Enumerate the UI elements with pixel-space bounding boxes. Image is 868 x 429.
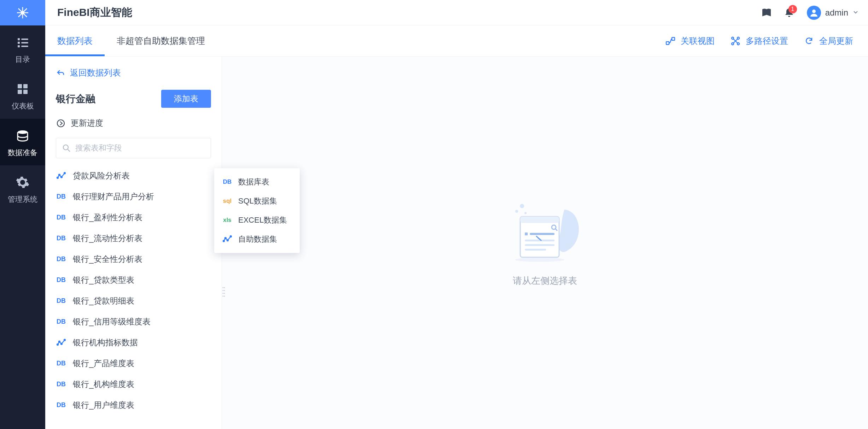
table-item[interactable]: 贷款风险分析表 [45, 165, 222, 186]
tab-nonadmin-dataset[interactable]: 非超管自助数据集管理 [105, 25, 217, 56]
rail-label: 管理系统 [8, 194, 37, 204]
list-icon [16, 35, 30, 49]
svg-rect-6 [21, 39, 28, 40]
rail-label: 目录 [15, 54, 30, 64]
bell-icon[interactable]: 1 [781, 4, 798, 21]
xls-source-icon: xls [222, 217, 233, 224]
table-item[interactable]: 银行机构指标数据 [45, 332, 222, 353]
table-item[interactable]: DB银行_用户维度表 [45, 395, 222, 416]
action-multipath[interactable]: 多路径设置 [722, 35, 796, 47]
app-logo[interactable] [0, 0, 45, 25]
svg-point-24 [63, 145, 68, 150]
table-item[interactable]: DB银行_贷款类型表 [45, 270, 222, 290]
db-table-icon: DB [56, 255, 66, 263]
svg-rect-5 [18, 38, 20, 40]
table-name: 银行_贷款类型表 [73, 275, 134, 286]
rail-item-admin[interactable]: 管理系统 [0, 165, 45, 212]
svg-point-38 [222, 287, 223, 288]
db-table-icon: DB [56, 360, 66, 367]
tab-label: 非超管自助数据集管理 [117, 35, 205, 47]
svg-rect-57 [525, 249, 546, 251]
sql-source-icon: sql [222, 198, 233, 205]
add-menu-item[interactable]: sqlSQL数据集 [214, 192, 300, 211]
table-item[interactable]: DB银行理财产品用户分析 [45, 186, 222, 207]
table-item[interactable]: DB银行_盈利性分析表 [45, 207, 222, 228]
self-source-icon [222, 235, 233, 244]
update-progress[interactable]: 更新进度 [45, 111, 222, 131]
table-item[interactable]: DB银行_贷款明细表 [45, 290, 222, 311]
rail-item-data-prep[interactable]: 数据准备 [0, 119, 45, 165]
svg-point-36 [227, 240, 228, 241]
svg-point-39 [224, 287, 225, 288]
table-item[interactable]: DB银行_机构维度表 [45, 374, 222, 395]
svg-point-28 [61, 176, 62, 178]
table-name: 银行_信用等级维度表 [73, 316, 151, 327]
rail-label: 数据准备 [8, 148, 37, 158]
svg-rect-12 [23, 84, 28, 88]
table-item[interactable]: DB银行_产品维度表 [45, 353, 222, 374]
svg-point-4 [21, 11, 24, 14]
table-name: 银行_用户维度表 [73, 400, 134, 411]
table-item[interactable]: DB银行_安全性分析表 [45, 249, 222, 270]
docs-icon[interactable] [758, 4, 775, 21]
svg-rect-56 [525, 244, 555, 246]
rail-item-dashboard[interactable]: 仪表板 [0, 72, 45, 119]
svg-rect-54 [530, 233, 555, 235]
svg-rect-13 [18, 90, 22, 94]
add-menu-label: SQL数据集 [238, 196, 277, 206]
action-global-refresh[interactable]: 全局更新 [796, 35, 861, 47]
add-table-menu: DB数据库表sqlSQL数据集xlsEXCEL数据集自助数据集 [214, 168, 300, 253]
search-input[interactable] [75, 143, 205, 153]
add-menu-label: 自助数据集 [238, 234, 277, 245]
svg-rect-50 [520, 217, 559, 223]
search-field[interactable] [56, 138, 211, 158]
add-table-button[interactable]: 添加表 [161, 90, 211, 108]
svg-point-16 [812, 10, 816, 13]
db-table-icon: DB [56, 193, 66, 200]
table-name: 银行机构指标数据 [73, 337, 138, 348]
left-rail: 目录 仪表板 数据准备 管理系统 [0, 0, 45, 429]
db-table-icon: DB [56, 235, 66, 242]
svg-point-42 [222, 293, 223, 294]
svg-line-25 [68, 149, 70, 152]
add-menu-item[interactable]: 自助数据集 [214, 230, 300, 249]
svg-point-35 [225, 237, 226, 239]
table-name: 银行_贷款明细表 [73, 295, 134, 306]
tab-label: 数据列表 [57, 35, 93, 47]
add-menu-item[interactable]: xlsEXCEL数据集 [214, 211, 300, 230]
dashboard-icon [16, 82, 30, 96]
back-label: 返回数据列表 [70, 67, 121, 78]
empty-illustration [501, 199, 589, 264]
svg-point-43 [224, 293, 225, 294]
svg-point-32 [61, 343, 62, 345]
database-icon [16, 129, 30, 143]
top-bar: FineBI商业智能 1 admin [45, 0, 868, 25]
user-menu[interactable]: admin [807, 6, 859, 20]
table-item[interactable]: DB银行_信用等级维度表 [45, 311, 222, 332]
svg-rect-10 [21, 46, 28, 47]
svg-rect-7 [18, 42, 20, 44]
table-item[interactable]: DB银行_流动性分析表 [45, 228, 222, 249]
table-list: 贷款风险分析表DB银行理财产品用户分析DB银行_盈利性分析表DB银行_流动性分析… [45, 161, 222, 426]
svg-point-45 [224, 295, 225, 296]
action-label: 全局更新 [819, 35, 853, 47]
svg-point-26 [57, 177, 58, 178]
action-label: 多路径设置 [746, 35, 788, 47]
svg-point-15 [18, 130, 28, 134]
table-name: 银行_机构维度表 [73, 379, 134, 390]
resize-handle[interactable] [222, 283, 226, 301]
svg-point-40 [222, 290, 223, 291]
table-name: 银行_盈利性分析表 [73, 212, 142, 223]
add-menu-item[interactable]: DB数据库表 [214, 172, 300, 192]
back-to-list[interactable]: 返回数据列表 [45, 64, 222, 85]
table-name: 银行_流动性分析表 [73, 233, 142, 244]
action-label: 关联视图 [681, 35, 715, 47]
table-name: 银行理财产品用户分析 [73, 191, 154, 202]
db-table-icon: DB [56, 297, 66, 305]
action-relation-view[interactable]: 关联视图 [657, 35, 722, 47]
table-panel: 返回数据列表 银行金融 添加表 更新进度 贷款风险分析表DB银行理财产品用户 [45, 57, 222, 429]
avatar-icon [807, 6, 821, 20]
tab-data-list[interactable]: 数据列表 [45, 25, 105, 56]
empty-text: 请从左侧选择表 [513, 275, 577, 287]
rail-item-catalog[interactable]: 目录 [0, 25, 45, 72]
